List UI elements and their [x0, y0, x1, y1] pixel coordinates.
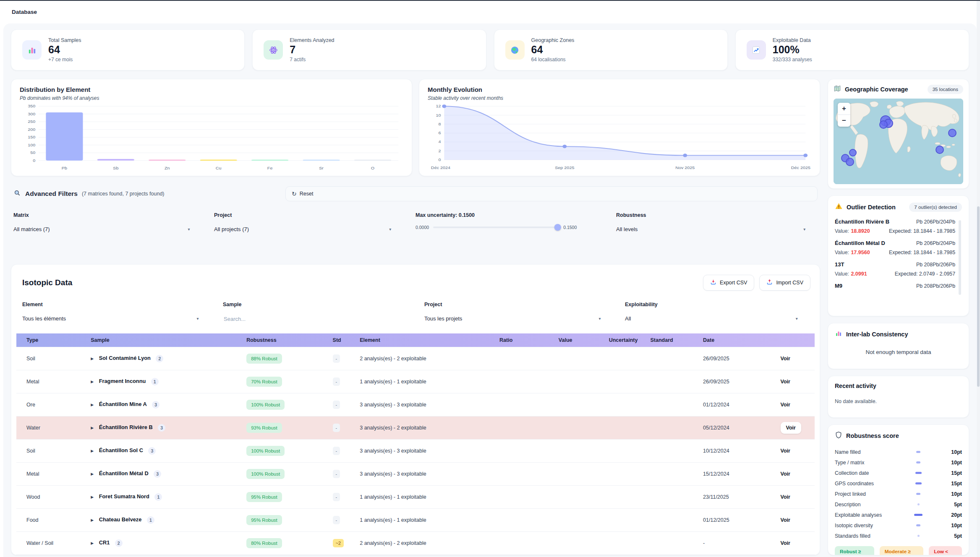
zoom-in-button[interactable]: +	[838, 103, 850, 115]
view-link[interactable]: Voir	[781, 471, 790, 477]
table-row[interactable]: Water / Soil ▶ CR1 2 80% Robust ~2 2 ana…	[16, 532, 815, 555]
stat-value: 7	[290, 44, 334, 55]
robustness-score-title: Robustness score	[846, 432, 962, 439]
cell-uncertainty	[606, 509, 647, 532]
map-marker[interactable]	[879, 120, 888, 129]
score-points: 10pt	[938, 491, 962, 497]
view-link[interactable]: Voir	[781, 517, 790, 523]
view-link[interactable]: Voir	[781, 422, 801, 434]
map-marker[interactable]	[936, 146, 944, 154]
cell-sample: ▶ CR1 2	[87, 532, 243, 555]
cell-type: Food	[16, 509, 87, 532]
project-select[interactable]: All projects (7) ▾	[214, 226, 391, 232]
robustness-badge: 100% Robust	[246, 469, 285, 479]
expand-arrow-icon[interactable]: ▶	[91, 541, 94, 545]
score-label: Project linked	[835, 491, 899, 497]
element-value: Tous les éléments	[22, 315, 66, 322]
cell-standard	[647, 440, 700, 463]
element-label: Element	[22, 302, 223, 307]
matrix-label: Matrix	[13, 212, 214, 218]
sample-search-input[interactable]	[223, 315, 384, 323]
uncertainty-slider[interactable]	[433, 226, 559, 228]
outlier-detection-panel: Outlier Detection 7 outlier(s) detected …	[828, 195, 969, 316]
table-row[interactable]: Soil ▶ Échantillon Sol C 3 100% Robust -…	[16, 440, 815, 463]
cell-type: Wood	[16, 486, 87, 509]
page-scrollbar[interactable]	[977, 1, 980, 557]
app-title: Database	[12, 9, 37, 15]
expand-arrow-icon[interactable]: ▶	[91, 426, 94, 430]
isotopic-data-title: Isotopic Data	[22, 278, 72, 287]
svg-text:2: 2	[438, 149, 441, 153]
robustness-label: Robustness	[616, 212, 818, 218]
project-select-iso[interactable]: Tous les projets ▾	[424, 315, 601, 322]
chevron-down-icon: ▾	[389, 227, 391, 232]
view-link[interactable]: Voir	[781, 448, 790, 454]
page-scrollbar-thumb[interactable]	[977, 206, 980, 387]
table-row[interactable]: Water / Soil ▶ CR2 2 80% Robust ~2 2 ana…	[16, 555, 815, 556]
cell-ratio	[496, 509, 555, 532]
table-row[interactable]: Metal ▶ Fragment Inconnu 1 70% Robust - …	[16, 370, 815, 393]
scrollbar-thumb[interactable]	[959, 220, 961, 295]
sample-count-badge: 2	[156, 355, 163, 362]
view-link[interactable]: Voir	[781, 402, 790, 408]
cell-uncertainty	[606, 370, 647, 393]
world-map[interactable]: + −	[834, 99, 963, 184]
score-label: Isotopic diversity	[835, 523, 899, 528]
reset-button[interactable]: ↻ Reset	[285, 186, 818, 201]
sample-name: Échantillon Rivière B	[99, 424, 153, 430]
robustness-select[interactable]: All levels ▾	[616, 226, 805, 232]
project-value: Tous les projets	[424, 315, 462, 322]
matrix-select[interactable]: All matrices (7) ▾	[13, 226, 190, 232]
view-link[interactable]: Voir	[781, 356, 790, 362]
map-marker[interactable]	[948, 129, 956, 137]
outlier-detection-title: Outlier Detection	[847, 204, 905, 211]
project-label: Project	[424, 302, 625, 307]
stat-card-exploitable-data: Exploitable Data 100% 332/333 analyses	[735, 29, 969, 70]
element-select[interactable]: Tous les éléments ▾	[22, 315, 199, 322]
expand-arrow-icon[interactable]: ▶	[91, 357, 94, 361]
table-row[interactable]: Water ▶ Échantillon Rivière B 3 93% Robu…	[16, 416, 815, 440]
expand-arrow-icon[interactable]: ▶	[91, 449, 94, 453]
robustness-badge: 88% Robust	[246, 354, 282, 364]
import-csv-button[interactable]: Import CSV	[759, 275, 810, 291]
geographic-coverage-title: Geographic Coverage	[845, 86, 924, 93]
robustness-score-row: Standards filled 5pt	[835, 531, 962, 541]
map-marker[interactable]	[849, 149, 857, 156]
score-bar-zone	[899, 461, 938, 463]
view-link[interactable]: Voir	[781, 494, 790, 500]
view-link[interactable]: Voir	[781, 379, 790, 385]
score-bar	[917, 535, 920, 537]
exploitability-value: All	[625, 315, 631, 322]
svg-text:Sr: Sr	[319, 166, 324, 170]
robustness-badge: 100% Robust	[246, 400, 285, 410]
svg-text:6: 6	[438, 131, 441, 135]
zoom-out-button[interactable]: −	[838, 115, 850, 127]
table-row[interactable]: Food ▶ Chateau Belveze 1 95% Robust - 1 …	[16, 509, 815, 532]
outlier-ratio: Pb 206Pb/204Pb	[916, 240, 955, 246]
interlab-title: Inter-lab Consistency	[846, 331, 962, 338]
exploitability-select[interactable]: All ▾	[625, 315, 798, 322]
slider-thumb[interactable]	[554, 224, 561, 231]
cell-uncertainty	[606, 463, 647, 486]
table-row[interactable]: Wood ▶ Foret Sumatra Nord 1 95% Robust -…	[16, 486, 815, 509]
svg-text:Cu: Cu	[216, 166, 222, 170]
table-row[interactable]: Soil ▶ Sol Contaminé Lyon 2 88% Robust -…	[16, 347, 815, 370]
view-link[interactable]: Voir	[781, 540, 790, 546]
expand-arrow-icon[interactable]: ▶	[91, 472, 94, 476]
expand-arrow-icon[interactable]: ▶	[91, 380, 94, 384]
table-row[interactable]: Metal ▶ Échantillon Métal D 3 100% Robus…	[16, 463, 815, 486]
atom-icon	[264, 40, 283, 60]
stat-label: Total Samples	[48, 37, 81, 43]
cell-ratio	[496, 393, 555, 416]
stat-value: 64	[531, 44, 575, 55]
robustness-badge: 95% Robust	[246, 492, 282, 502]
expand-arrow-icon[interactable]: ▶	[91, 403, 94, 407]
outlier-value: 17.9560	[851, 250, 870, 255]
export-csv-button[interactable]: Export CSV	[703, 275, 754, 291]
table-row[interactable]: Ore ▶ Échantillon Mine A 3 100% Robust -…	[16, 393, 815, 416]
warning-icon	[835, 202, 843, 212]
expand-arrow-icon[interactable]: ▶	[91, 495, 94, 499]
expand-arrow-icon[interactable]: ▶	[91, 518, 94, 522]
exploitability-label: Exploitability	[625, 302, 809, 307]
map-marker[interactable]	[846, 158, 854, 166]
